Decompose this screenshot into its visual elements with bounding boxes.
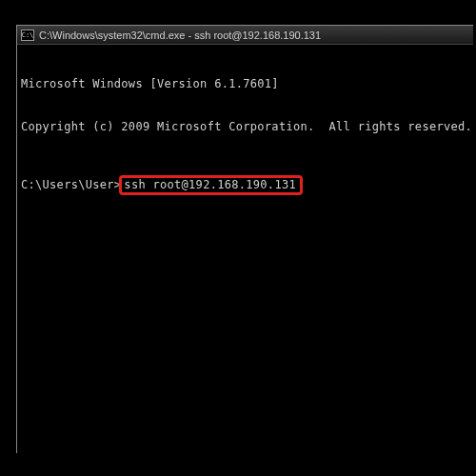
prompt-prefix: C:\Users\User> <box>21 178 121 192</box>
version-line: Microsoft Windows [Version 6.1.7601] <box>21 77 469 91</box>
highlight-annotation: ssh root@192.168.190.131 <box>119 175 303 195</box>
window-titlebar[interactable]: C:\ C:\Windows\system32\cmd.exe - ssh ro… <box>17 26 473 45</box>
copyright-line: Copyright (c) 2009 Microsoft Corporation… <box>21 120 469 134</box>
command-input[interactable]: ssh root@192.168.190.131 <box>124 178 296 191</box>
cmd-window: C:\ C:\Windows\system32\cmd.exe - ssh ro… <box>16 25 473 453</box>
window-title: C:\Windows\system32\cmd.exe - ssh root@1… <box>39 30 321 41</box>
cmd-icon-label: C:\ <box>22 31 34 39</box>
cmd-icon: C:\ <box>21 30 34 41</box>
prompt-line: C:\Users\User>ssh root@192.168.190.131 <box>21 175 469 195</box>
terminal-output[interactable]: Microsoft Windows [Version 6.1.7601] Cop… <box>17 45 473 228</box>
